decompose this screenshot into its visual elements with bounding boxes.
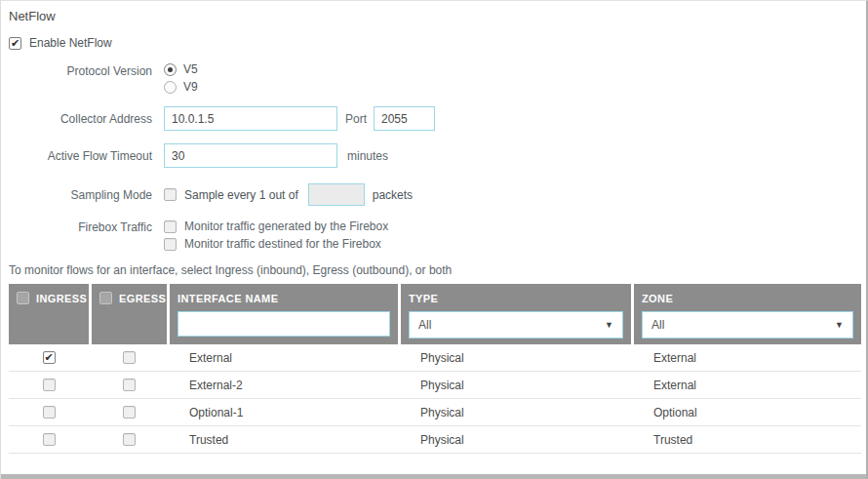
table-row: Optional-1 Physical Optional [9,399,861,426]
sampling-packets-label: packets [373,188,413,202]
netflow-settings-page: NetFlow Enable NetFlow Protocol Version … [0,0,868,479]
monitor-generated-label: Monitor traffic generated by the Firebox [184,220,388,233]
sampling-mode-text: Sample every 1 out of [184,188,298,202]
row-zone: Trusted [634,426,861,453]
row-type: Physical [401,344,631,371]
page-title: NetFlow [9,9,858,23]
header-cell-egress: EGRESS [92,284,167,344]
row-egress-checkbox[interactable] [123,379,136,391]
chevron-down-icon: ▼ [605,320,613,330]
row-egress-checkbox[interactable] [123,351,136,364]
row-ingress-checkbox[interactable] [43,433,56,446]
collector-address-row: Collector Address Port [9,106,858,131]
port-input[interactable] [374,106,435,131]
ingress-select-all-checkbox[interactable] [17,292,29,304]
zone-header-label: ZONE [642,293,673,304]
table-header: INGRESS EGRESS INTERFACE NAME [9,284,861,344]
table-body: External Physical External External-2 Ph… [9,344,858,454]
firebox-traffic-generated-option: Monitor traffic generated by the Firebox [164,220,388,233]
radio-option-v9: V9 [164,80,198,94]
type-filter-value: All [418,318,431,332]
egress-select-all-checkbox[interactable] [99,292,112,304]
collector-address-input[interactable] [164,106,337,131]
timeout-unit-label: minutes [347,149,388,163]
header-cell-interface-name: INTERFACE NAME [170,284,398,344]
row-zone: External [634,344,861,371]
zone-filter-value: All [651,318,664,332]
sampling-rate-input[interactable] [308,183,365,206]
row-interface-name: External-2 [170,372,398,398]
enable-netflow-checkbox[interactable] [9,37,21,50]
type-filter-select[interactable]: All ▼ [409,311,623,339]
header-cell-ingress: INGRESS [9,284,89,344]
active-flow-timeout-label: Active Flow Timeout [9,149,152,163]
interface-name-filter-input[interactable] [178,311,390,337]
table-row: External Physical External [9,344,861,372]
header-cell-type: TYPE All ▼ [401,284,631,344]
ingress-header-label: INGRESS [36,293,87,304]
row-zone: Optional [634,399,861,425]
chevron-down-icon: ▼ [835,320,844,330]
active-flow-timeout-row: Active Flow Timeout minutes [9,143,858,168]
firebox-traffic-row: Firebox Traffic Monitor traffic generate… [9,220,858,251]
row-zone: External [634,372,861,398]
firebox-traffic-label: Firebox Traffic [9,220,152,251]
radio-option-v5: V5 [164,62,198,76]
row-ingress-checkbox[interactable] [43,351,56,364]
protocol-version-label: Protocol Version [9,62,152,94]
firebox-traffic-destined-option: Monitor traffic destined for the Firebox [164,237,388,251]
row-type: Physical [401,426,631,453]
v9-radio-label: V9 [183,80,198,94]
v5-radio-label: V5 [183,62,198,76]
protocol-version-radio-group: V5 V9 [164,62,198,94]
row-egress-checkbox[interactable] [123,406,136,419]
monitor-generated-checkbox[interactable] [164,220,177,233]
active-flow-timeout-input[interactable] [164,143,337,168]
protocol-version-row: Protocol Version V5 V9 [9,62,858,94]
type-header-label: TYPE [409,293,438,304]
row-egress-checkbox[interactable] [123,433,136,446]
sampling-mode-row: Sampling Mode Sample every 1 out of pack… [9,183,858,206]
monitor-destined-checkbox[interactable] [164,238,177,251]
table-intro-text: To monitor flows for an interface, selec… [9,263,858,277]
row-type: Physical [401,399,631,425]
sampling-mode-controls: Sample every 1 out of packets [164,183,413,206]
row-interface-name: Optional-1 [170,399,398,425]
collector-address-label: Collector Address [9,112,152,126]
firebox-traffic-options: Monitor traffic generated by the Firebox… [164,220,388,251]
sampling-mode-checkbox[interactable] [164,188,177,201]
row-interface-name: External [170,344,398,371]
v5-radio[interactable] [164,63,177,76]
header-cell-zone: ZONE All ▼ [634,284,861,344]
enable-netflow-row: Enable NetFlow [9,36,858,50]
row-ingress-checkbox[interactable] [43,406,56,419]
row-interface-name: Trusted [170,426,398,453]
table-row: Trusted Physical Trusted [9,426,861,454]
row-type: Physical [401,372,631,398]
v9-radio[interactable] [164,81,177,94]
interface-name-header-label: INTERFACE NAME [178,293,278,304]
row-ingress-checkbox[interactable] [43,379,56,391]
table-row: External-2 Physical External [9,372,861,399]
egress-header-label: EGRESS [119,293,166,304]
monitor-destined-label: Monitor traffic destined for the Firebox [184,237,381,251]
interface-table: INGRESS EGRESS INTERFACE NAME [9,284,858,454]
port-label: Port [345,112,367,126]
sampling-mode-label: Sampling Mode [9,188,152,202]
bottom-edge-bar [1,474,866,479]
zone-filter-select[interactable]: All ▼ [642,311,853,339]
enable-netflow-label: Enable NetFlow [29,36,112,50]
